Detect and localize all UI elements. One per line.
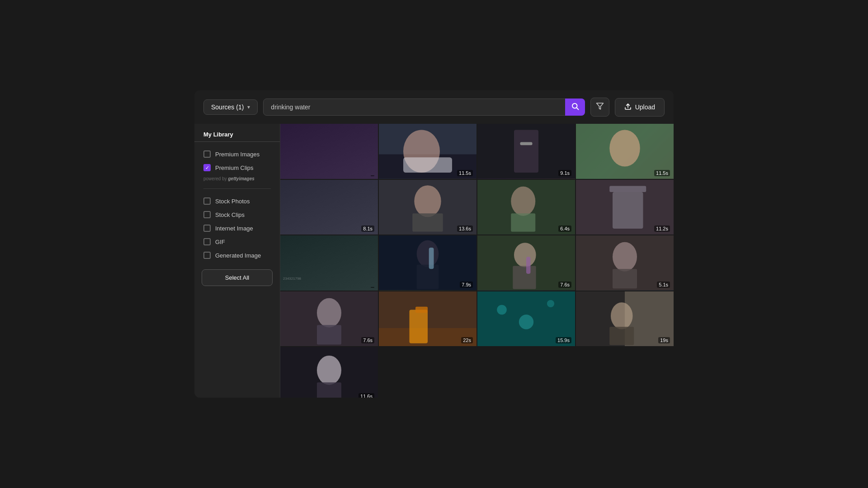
svg-rect-7 bbox=[403, 157, 452, 173]
duration-badge: 11.2s bbox=[654, 225, 670, 232]
svg-rect-25 bbox=[417, 265, 439, 289]
svg-rect-30 bbox=[526, 257, 530, 274]
svg-rect-16 bbox=[412, 213, 443, 232]
internet-image-label: Internet Image bbox=[215, 225, 253, 232]
grid-item-r2c2[interactable]: 13.6s bbox=[379, 180, 476, 235]
grid-item-r1c4[interactable]: 11.5s bbox=[576, 124, 674, 179]
divider bbox=[203, 188, 271, 189]
svg-point-24 bbox=[417, 240, 439, 267]
duration-badge: 7.6s bbox=[558, 282, 571, 288]
duration-badge: 22s bbox=[461, 337, 473, 343]
grid-item-r2c4[interactable]: 11.2s bbox=[576, 180, 674, 235]
svg-rect-39 bbox=[410, 310, 428, 343]
svg-rect-36 bbox=[317, 325, 341, 344]
select-all-button[interactable]: Select All bbox=[202, 269, 273, 286]
grid-item-r1c3[interactable]: 9.1s bbox=[477, 124, 575, 179]
duration-badge: 7.9s bbox=[460, 282, 473, 288]
premium-images-option[interactable]: Premium Images bbox=[194, 147, 280, 161]
search-button[interactable] bbox=[565, 99, 585, 116]
grid-item-r3c4[interactable]: 5.1s bbox=[576, 235, 674, 291]
grid-item-r3c2[interactable]: 7.9s bbox=[379, 235, 476, 291]
svg-point-44 bbox=[519, 314, 533, 329]
svg-rect-22 bbox=[609, 186, 646, 192]
stock-photos-label: Stock Photos bbox=[215, 198, 250, 205]
svg-rect-33 bbox=[613, 269, 637, 288]
search-wrapper bbox=[263, 99, 585, 116]
search-input[interactable] bbox=[263, 99, 585, 116]
grid-item-r2c3[interactable]: 6.4s bbox=[477, 180, 575, 235]
chevron-down-icon: ▾ bbox=[247, 104, 250, 110]
duration-badge: 5.1s bbox=[657, 282, 670, 288]
svg-rect-52 bbox=[317, 382, 341, 398]
svg-point-13 bbox=[609, 130, 640, 167]
svg-rect-26 bbox=[429, 248, 434, 269]
grid-item-partial-r2[interactable]: 8.1s bbox=[280, 180, 378, 235]
duration-badge: 13.6s bbox=[457, 225, 473, 232]
upload-label: Upload bbox=[635, 103, 655, 111]
sources-dropdown-panel: My Library Premium Images Premium Clips … bbox=[194, 124, 280, 398]
sources-label: Sources (1) bbox=[211, 103, 244, 111]
svg-point-28 bbox=[514, 243, 536, 267]
grid-item-partial-r4[interactable]: 22s bbox=[379, 291, 476, 347]
gif-checkbox[interactable] bbox=[203, 238, 211, 245]
filter-icon bbox=[596, 102, 604, 112]
stock-clips-option[interactable]: Stock Clips bbox=[194, 208, 280, 221]
sources-button[interactable]: Sources (1) ▾ bbox=[203, 99, 258, 115]
stock-photos-option[interactable]: Stock Photos bbox=[194, 194, 280, 208]
upload-button[interactable]: Upload bbox=[615, 98, 665, 117]
upload-icon bbox=[624, 103, 632, 112]
duration-badge: 15.9s bbox=[556, 337, 571, 343]
gettyimages-brand: gettyimages bbox=[228, 176, 254, 181]
internet-image-option[interactable]: Internet Image bbox=[194, 221, 280, 235]
internet-image-checkbox[interactable] bbox=[203, 225, 211, 232]
svg-marker-2 bbox=[596, 103, 603, 109]
svg-point-45 bbox=[547, 300, 554, 307]
svg-line-1 bbox=[576, 108, 578, 109]
svg-rect-21 bbox=[613, 192, 643, 229]
toolbar: Sources (1) ▾ bbox=[194, 90, 674, 124]
grid-item-r4c4[interactable]: 11.6s bbox=[280, 347, 378, 398]
svg-point-15 bbox=[414, 185, 441, 217]
svg-rect-10 bbox=[520, 142, 533, 145]
stock-clips-checkbox[interactable] bbox=[203, 211, 211, 218]
generated-image-checkbox[interactable] bbox=[203, 252, 211, 259]
svg-point-18 bbox=[511, 186, 535, 216]
duration-badge: 6.4s bbox=[558, 225, 571, 232]
duration-badge: 7.6s bbox=[361, 337, 374, 343]
duration-badge: 19s bbox=[658, 337, 670, 343]
generated-image-label: Generated Image bbox=[215, 252, 261, 259]
svg-rect-19 bbox=[511, 213, 535, 232]
gif-label: GIF bbox=[215, 239, 225, 245]
stock-photos-checkbox[interactable] bbox=[203, 197, 211, 205]
generated-image-option[interactable]: Generated Image bbox=[194, 249, 280, 262]
svg-rect-49 bbox=[609, 327, 634, 345]
premium-clips-checkbox[interactable] bbox=[203, 164, 211, 171]
duration-badge: 11.5s bbox=[457, 170, 473, 176]
grid-item-r1c2[interactable]: 11.5s bbox=[379, 124, 476, 179]
svg-rect-40 bbox=[415, 306, 428, 313]
grid-item-r4c3[interactable]: 19s bbox=[576, 291, 674, 347]
grid-item-r3c5[interactable]: 7.6s bbox=[280, 291, 378, 347]
stock-clips-label: Stock Clips bbox=[215, 211, 245, 218]
premium-images-label: Premium Images bbox=[215, 151, 259, 158]
premium-images-checkbox[interactable] bbox=[203, 150, 211, 158]
duration-badge: 11.5s bbox=[654, 170, 670, 176]
svg-rect-9 bbox=[514, 130, 538, 173]
grid-item-r3c3[interactable]: 7.6s bbox=[477, 235, 575, 291]
my-library-label: My Library bbox=[194, 131, 280, 142]
duration-badge bbox=[371, 175, 374, 176]
grid-item-r4c2[interactable]: 15.9s bbox=[477, 291, 575, 347]
duration-badge bbox=[371, 287, 374, 288]
content-area: My Library Premium Images Premium Clips … bbox=[194, 124, 674, 398]
grid-item-partial-r1[interactable] bbox=[280, 124, 378, 179]
svg-point-51 bbox=[317, 356, 341, 385]
premium-clips-option[interactable]: Premium Clips bbox=[194, 161, 280, 174]
duration-badge: 8.1s bbox=[361, 225, 374, 232]
grid-item-partial-r3[interactable]: 234321798 bbox=[280, 235, 378, 291]
gif-option[interactable]: GIF bbox=[194, 235, 280, 249]
filter-button[interactable] bbox=[590, 98, 609, 117]
svg-point-32 bbox=[613, 242, 637, 272]
media-grid: 11.5s 9.1s bbox=[280, 124, 674, 398]
duration-badge: 9.1s bbox=[558, 170, 571, 176]
media-grid-area: 11.5s 9.1s bbox=[280, 124, 674, 398]
